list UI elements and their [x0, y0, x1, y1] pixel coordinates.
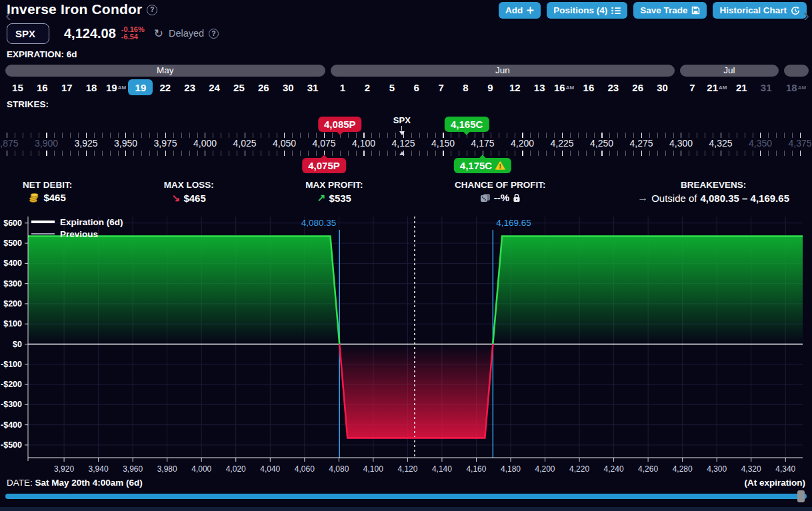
- expiration-date[interactable]: 23: [177, 79, 202, 95]
- expiration-date[interactable]: 6: [404, 79, 429, 95]
- expiration-date[interactable]: 1: [331, 79, 355, 95]
- svg-text:4,220: 4,220: [569, 464, 589, 474]
- arrow-down-right-icon: ↘: [172, 192, 181, 204]
- expiration-date[interactable]: 23: [601, 79, 625, 95]
- stat-net-debit: NET DEBIT: $465: [23, 177, 72, 209]
- svg-text:3,920: 3,920: [54, 464, 74, 474]
- price: 4,124.08: [64, 26, 116, 41]
- expiration-date[interactable]: 15: [5, 79, 30, 95]
- stat-chance-of-profit: CHANCE OF PROFIT: --%: [455, 177, 546, 209]
- expiration-date[interactable]: 26: [625, 79, 650, 95]
- positions-button[interactable]: Positions (4): [547, 2, 627, 19]
- svg-text:4,260: 4,260: [638, 464, 658, 474]
- expiration-date[interactable]: 30: [276, 79, 301, 95]
- expiration-date[interactable]: 21: [729, 79, 754, 95]
- svg-text:Expiration (6d): Expiration (6d): [60, 217, 123, 227]
- strike-ruler[interactable]: 3,8753,9003,9253,9503,9754,0004,0254,050…: [0, 113, 812, 177]
- expiration-date[interactable]: 9: [478, 79, 503, 95]
- expiration-date[interactable]: 7: [680, 79, 705, 95]
- expiration-date[interactable]: 7: [429, 79, 453, 95]
- carousel-prev-icon[interactable]: ‹: [5, 5, 11, 25]
- stat-breakevens: BREAKEVENS: →Outside of4,080.35 – 4,169.…: [637, 177, 789, 209]
- expiration-date[interactable]: 19AM: [104, 79, 129, 95]
- horizontal-scrollbar[interactable]: [0, 507, 812, 511]
- strike-badge-4075P[interactable]: 4,075P: [302, 158, 346, 173]
- expiration-date[interactable]: 25: [227, 79, 251, 95]
- expiration-date[interactable]: 18: [79, 79, 104, 95]
- expiration-date[interactable]: 5: [379, 79, 404, 95]
- delayed-help-icon[interactable]: ?: [209, 29, 219, 39]
- svg-text:4,300: 4,300: [707, 464, 727, 474]
- ruler-label: 4,300: [669, 138, 693, 149]
- expiration-date[interactable]: 19: [128, 79, 153, 95]
- strike-badge-4165C[interactable]: 4,165C: [445, 117, 489, 132]
- slider-thumb[interactable]: [797, 490, 805, 502]
- expiration-date[interactable]: 18AM: [784, 79, 809, 95]
- header-buttons: Add Positions (4) Save Trade Historical …: [499, 2, 807, 19]
- expiration-date[interactable]: 16: [576, 79, 601, 95]
- svg-text:4,060: 4,060: [295, 464, 315, 474]
- strategy-help-icon[interactable]: ?: [147, 5, 157, 15]
- carousel-next-icon[interactable]: ›: [803, 5, 809, 25]
- symbol-input[interactable]: [7, 23, 49, 44]
- page-title: Inverse Iron Condor?: [7, 1, 157, 17]
- svg-text:-$500: -$500: [1, 440, 22, 450]
- ruler-label: 4,050: [273, 138, 296, 149]
- expiration-date[interactable]: 22: [153, 79, 177, 95]
- svg-text:-$100: -$100: [1, 360, 22, 369]
- svg-text:4,169.65: 4,169.65: [496, 218, 531, 228]
- pl-chart[interactable]: 4,080.354,169.65$600$500$400$300$200$100…: [0, 212, 812, 476]
- at-expiration-label: (At expiration): [744, 478, 805, 488]
- expiration-date[interactable]: 8: [453, 79, 478, 95]
- date-label: DATE: Sat May 20th 4:00am (6d): [7, 478, 143, 488]
- svg-text:-$300: -$300: [1, 400, 22, 409]
- expiration-date[interactable]: 16AM: [552, 79, 577, 95]
- time-slider[interactable]: [5, 494, 807, 499]
- spx-price-marker: SPX: [393, 115, 411, 135]
- expiration-date[interactable]: 24: [202, 79, 227, 95]
- svg-text:4,240: 4,240: [604, 464, 624, 474]
- expiration-date[interactable]: 17: [55, 79, 79, 95]
- svg-text:$100: $100: [3, 319, 22, 328]
- ruler-label: 4,200: [511, 138, 534, 149]
- svg-text:$500: $500: [3, 239, 22, 248]
- svg-text:3,960: 3,960: [123, 464, 143, 474]
- svg-text:$200: $200: [3, 299, 22, 308]
- svg-text:$300: $300: [3, 279, 22, 288]
- month-pill: Jun: [331, 65, 675, 77]
- svg-text:4,200: 4,200: [535, 464, 555, 474]
- strike-badge-4085P[interactable]: 4,085P: [318, 117, 362, 132]
- refresh-icon[interactable]: ↻: [154, 27, 163, 41]
- historical-chart-button[interactable]: Historical Chart: [713, 2, 807, 19]
- svg-text:$400: $400: [3, 258, 22, 268]
- month-pill: May: [5, 65, 325, 77]
- svg-text:$600: $600: [3, 219, 22, 228]
- expiration-date[interactable]: 26: [251, 79, 276, 95]
- marker-triangle-up-icon: [399, 151, 405, 155]
- expiration-date[interactable]: 30: [650, 79, 675, 95]
- save-icon: [691, 6, 700, 15]
- add-button[interactable]: Add: [499, 2, 541, 19]
- expiration-date[interactable]: 12: [503, 79, 527, 95]
- expiration-date[interactable]: 21AM: [705, 79, 729, 95]
- save-trade-button[interactable]: Save Trade: [633, 2, 707, 19]
- arrow-right-icon: →: [637, 192, 648, 204]
- expiration-date[interactable]: 16: [30, 79, 55, 95]
- strike-badge-4175C[interactable]: 4,175C: [454, 158, 511, 173]
- svg-text:4,100: 4,100: [363, 464, 383, 474]
- expiration-date[interactable]: 31: [301, 79, 325, 95]
- marker-triangle-down-icon: [399, 131, 405, 135]
- lock-icon: [513, 193, 521, 203]
- ruler-label: 4,325: [709, 138, 732, 149]
- svg-text:$0: $0: [13, 340, 22, 349]
- ruler-label: 3,900: [35, 138, 58, 149]
- ruler-label: 4,025: [233, 138, 256, 149]
- expiration-date[interactable]: 13: [527, 79, 552, 95]
- expiration-date[interactable]: 2: [355, 79, 379, 95]
- ruler-label: 4,375: [788, 138, 811, 149]
- ruler-label: 4,250: [590, 138, 613, 149]
- ruler-label: 4,000: [193, 138, 217, 149]
- expiration-date[interactable]: 31: [754, 79, 779, 95]
- ruler-label: 3,875: [0, 138, 19, 149]
- price-change: -0.16% -6.54: [121, 26, 145, 41]
